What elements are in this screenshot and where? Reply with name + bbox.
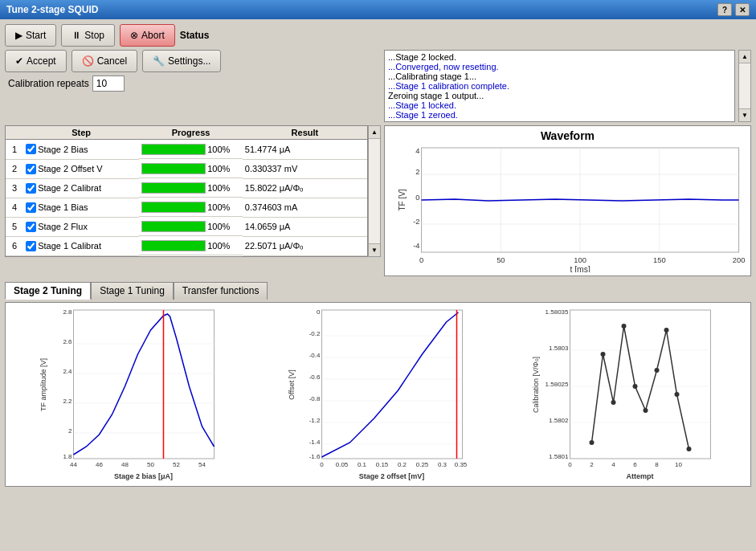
status-scrollbar[interactable]: ▲ ▼	[738, 50, 751, 122]
table-row: 3 Stage 2 Calibrat 100% 15.8022 μA/Φ₀	[6, 178, 367, 198]
row-num: 2	[6, 159, 23, 178]
row-num: 3	[6, 178, 23, 198]
svg-text:1.58035: 1.58035	[546, 308, 569, 316]
svg-text:0: 0	[317, 308, 321, 316]
row-result: 0.330337 mV	[243, 159, 367, 178]
svg-text:100: 100	[574, 256, 586, 264]
close-button[interactable]: ✕	[735, 3, 750, 16]
chart1-area: 2.8 2.6 2.4 2.2 2 1.8 TF amplitude [V] 4…	[9, 306, 251, 483]
svg-text:10: 10	[675, 461, 682, 468]
steps-table-container: Step Progress Result 1 Stage 2 Bias 100%…	[5, 125, 368, 257]
svg-rect-39	[322, 310, 463, 459]
svg-text:2.2: 2.2	[63, 398, 72, 405]
title-bar: Tune 2-stage SQUID ? ✕	[0, 0, 756, 19]
accept-button[interactable]: ✔ Accept	[5, 50, 67, 72]
status-line-3: ...Calibrating stage 1...	[388, 71, 731, 81]
table-scrollbar[interactable]: ▲ ▼	[368, 125, 381, 257]
row-progress: 100%	[139, 159, 243, 178]
step-checkbox[interactable]	[26, 183, 36, 194]
row-progress: 100%	[139, 140, 243, 159]
status-line-5: Zeroing stage 1 output...	[388, 91, 731, 100]
chart2-area: 0 -0.2 -0.4 -0.6 -0.8 -1.2 -1.4 -1.6 Off…	[257, 306, 499, 483]
status-line-6: ...Stage 1 locked.	[388, 100, 731, 110]
help-button[interactable]: ?	[717, 3, 732, 16]
svg-text:-0.8: -0.8	[309, 395, 321, 402]
svg-text:1.58025: 1.58025	[546, 381, 569, 388]
svg-text:6: 6	[633, 461, 637, 468]
settings-button[interactable]: 🔧 Settings...	[142, 50, 221, 72]
svg-text:1.5803: 1.5803	[549, 345, 569, 352]
status-box: ...Stage 2 locked. ...Converged, now res…	[384, 50, 735, 122]
svg-text:0: 0	[568, 461, 572, 468]
table-scroll-up[interactable]: ▲	[369, 126, 380, 139]
top-buttons-row: ▶ Start ⏸ Stop ⊗ Abort Status	[5, 24, 751, 47]
svg-point-85	[622, 324, 627, 329]
tab-stage1-tuning[interactable]: Stage 1 Tuning	[91, 282, 174, 300]
svg-point-88	[655, 368, 660, 373]
svg-text:4: 4	[611, 461, 615, 468]
table-row: 5 Stage 2 Flux 100% 14.0659 μA	[6, 217, 367, 236]
status-line-7: ...Stage 1 zeroed.	[388, 110, 731, 120]
svg-text:Calibration [V/Φ₀]: Calibration [V/Φ₀]	[532, 357, 540, 413]
scroll-up-btn[interactable]: ▲	[739, 51, 750, 63]
scroll-down-btn[interactable]: ▼	[739, 108, 750, 121]
svg-text:0.35: 0.35	[455, 461, 468, 468]
stop-button[interactable]: ⏸ Stop	[61, 24, 115, 47]
row-result: 0.374603 mA	[243, 198, 367, 217]
svg-text:-2: -2	[413, 218, 419, 226]
row-progress: 100%	[139, 217, 243, 236]
status-line-4: ...Stage 1 calibration complete.	[388, 81, 731, 91]
middle-section: Step Progress Result 1 Stage 2 Bias 100%…	[5, 125, 751, 276]
svg-text:Stage 2 offset [mV]: Stage 2 offset [mV]	[359, 472, 425, 480]
th-num	[6, 126, 23, 140]
start-button[interactable]: ▶ Start	[5, 24, 56, 47]
charts-section: 2.8 2.6 2.4 2.2 2 1.8 TF amplitude [V] 4…	[5, 302, 751, 487]
row-num: 6	[6, 236, 23, 255]
row-progress: 100%	[139, 178, 243, 198]
svg-point-87	[644, 408, 648, 413]
table-scroll-down[interactable]: ▼	[369, 243, 380, 256]
svg-text:1.5802: 1.5802	[549, 417, 569, 424]
waveform-chart: 4 2 0 -2 -4 TF [V] 0 50 100 150 200 t [m…	[388, 144, 747, 272]
step-checkbox[interactable]	[26, 144, 36, 154]
svg-rect-65	[570, 310, 711, 459]
left-controls: ✔ Accept 🚫 Cancel 🔧 Settings... Calibrat…	[5, 50, 381, 122]
start-icon: ▶	[15, 30, 22, 41]
step-checkbox[interactable]	[26, 164, 36, 174]
svg-text:0.15: 0.15	[376, 461, 389, 468]
tab-transfer-functions[interactable]: Transfer functions	[174, 282, 268, 300]
svg-point-84	[611, 400, 616, 405]
svg-text:50: 50	[147, 461, 154, 468]
step-checkbox[interactable]	[26, 202, 36, 213]
row-result: 51.4774 μA	[243, 140, 367, 160]
svg-text:54: 54	[198, 461, 206, 468]
status-line-1: ...Stage 2 locked.	[388, 52, 731, 62]
svg-text:2: 2	[415, 168, 419, 176]
cancel-button[interactable]: 🚫 Cancel	[72, 50, 137, 72]
abort-button[interactable]: ⊗ Abort	[120, 24, 175, 47]
svg-text:0: 0	[415, 194, 419, 202]
svg-text:8: 8	[655, 461, 659, 468]
svg-text:0.25: 0.25	[416, 461, 429, 468]
row-num: 1	[6, 140, 23, 160]
chart3-svg: 1.58035 1.5803 1.58025 1.5802 1.5801 Cal…	[505, 306, 747, 483]
second-row: ✔ Accept 🚫 Cancel 🔧 Settings... Calibrat…	[5, 50, 751, 122]
svg-text:4: 4	[415, 147, 419, 155]
row-step: Stage 1 Calibrat	[23, 236, 139, 255]
calibration-repeats-input[interactable]	[92, 76, 125, 92]
accept-icon: ✔	[15, 55, 23, 67]
svg-text:Attempt: Attempt	[627, 472, 654, 480]
svg-text:-4: -4	[413, 242, 419, 250]
svg-text:52: 52	[173, 461, 180, 468]
svg-text:-1.6: -1.6	[309, 453, 321, 460]
svg-text:150: 150	[653, 256, 666, 264]
step-checkbox[interactable]	[26, 241, 36, 251]
svg-point-89	[664, 328, 669, 333]
right-panel: Waveform 4 2 0 -2 -4 TF [V] 0 50 100	[384, 125, 751, 276]
row-result: 15.8022 μA/Φ₀	[243, 178, 367, 198]
tab-stage2-tuning[interactable]: Stage 2 Tuning	[5, 282, 91, 300]
svg-text:0.3: 0.3	[438, 461, 447, 468]
th-result: Result	[243, 126, 367, 140]
step-checkbox[interactable]	[26, 222, 36, 232]
abort-icon: ⊗	[130, 30, 138, 41]
